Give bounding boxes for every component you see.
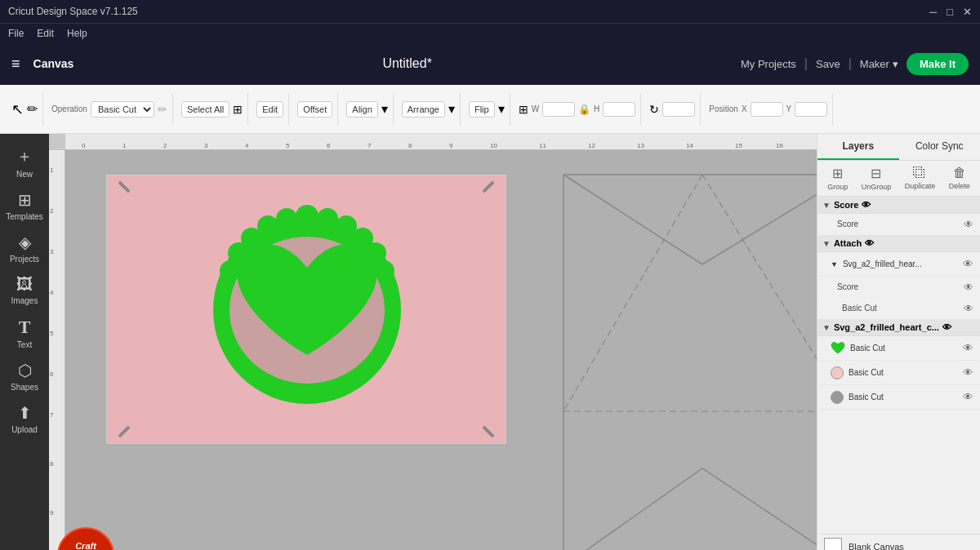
ruler-tick-12: 12 (588, 142, 595, 149)
svg-a2-basiccut-item[interactable]: Basic Cut 👁 (817, 298, 980, 319)
lock-icon[interactable]: 🔒 (578, 104, 590, 115)
y-input[interactable] (795, 102, 827, 117)
heart-c-group-eye-icon[interactable]: 👁 (942, 322, 951, 332)
ruler-tick-0: 0 (82, 142, 85, 149)
svg-a2-score-item[interactable]: Score 👁 (817, 277, 980, 298)
canvas-content[interactable]: ↖ (65, 150, 817, 550)
score-layer-item[interactable]: Score 👁 (817, 214, 980, 235)
offset-button[interactable]: Offset (297, 101, 332, 118)
sidebar-item-new[interactable]: ＋ New (3, 140, 46, 184)
menu-file[interactable]: File (8, 28, 24, 39)
layer-group-score[interactable]: ▼ Score 👁 (817, 197, 980, 214)
menu-edit[interactable]: Edit (37, 28, 54, 39)
toolbar-select-all: Select All ⊞ (176, 93, 248, 126)
maker-button[interactable]: Maker ▾ (860, 58, 898, 70)
restore-btn[interactable]: □ (947, 6, 953, 18)
svg-point-2 (317, 208, 338, 229)
edit-button[interactable]: Edit (256, 101, 283, 118)
svg-a2-frilled-eye-icon[interactable]: 👁 (963, 258, 973, 270)
shapes-icon: ⬡ (18, 361, 32, 380)
corner-mark-tl (118, 180, 131, 193)
group-icon: ⊞ (832, 166, 843, 181)
delete-label: Delete (949, 182, 970, 190)
svg-a2-frilled-group[interactable]: ▼ Svg_a2_frilled_hear... 👁 (817, 252, 980, 277)
arrange-button[interactable]: Arrange (402, 101, 445, 118)
canvas-area[interactable]: 0 1 2 3 4 5 6 7 8 9 10 11 12 13 14 15 16 (49, 134, 817, 550)
menu-help[interactable]: Help (67, 28, 87, 39)
my-projects-button[interactable]: My Projects (741, 58, 796, 70)
layer-group-attach[interactable]: ▼ Attach 👁 (817, 235, 980, 252)
ungroup-button[interactable]: ⊟ UnGroup (862, 166, 892, 191)
toolbar-arrange: Arrange ▾ (397, 93, 461, 126)
ruler-tick-15: 15 (735, 142, 742, 149)
sidebar-item-projects[interactable]: ◈ Projects (3, 228, 46, 268)
layer-group-svg-heart-c[interactable]: ▼ Svg_a2_frilled_heart_c... 👁 (817, 319, 980, 336)
heart-c-basiccut2-item[interactable]: Basic Cut 👁 (817, 361, 980, 385)
minimize-btn[interactable]: ─ (929, 6, 937, 18)
sidebar-item-shapes[interactable]: ⬡ Shapes (3, 356, 46, 397)
score-layer-name: Score (837, 220, 858, 228)
sidebar-item-images[interactable]: 🖼 Images (3, 270, 46, 310)
delete-button[interactable]: 🗑 Delete (949, 166, 970, 191)
y-label: Y (786, 104, 792, 113)
corner-mark-tr (482, 180, 495, 193)
heart-c-group-label: Svg_a2_frilled_heart_c... (834, 322, 939, 332)
heart-c-basiccut3-eye-icon[interactable]: 👁 (963, 391, 973, 403)
score-group-eye-icon[interactable]: 👁 (862, 200, 871, 210)
arrange-chevron-icon: ▾ (448, 101, 455, 117)
images-icon: 🖼 (16, 275, 33, 294)
sidebar-item-text[interactable]: T Text (3, 312, 46, 354)
tab-color-sync[interactable]: Color Sync (899, 134, 981, 160)
x-label: X (742, 104, 747, 113)
flip-button[interactable]: Flip (469, 101, 495, 118)
svg-a2-basiccut-eye-icon[interactable]: 👁 (964, 303, 973, 314)
pen-icon: ✏ (158, 103, 167, 116)
heart-c-basiccut1-item[interactable]: Basic Cut 👁 (817, 336, 980, 361)
select-all-button[interactable]: Select All (181, 101, 229, 118)
heart-c-basiccut1-eye-icon[interactable]: 👁 (963, 342, 973, 354)
titlebar-controls: ─ □ ✕ (929, 6, 972, 18)
ruler-tick-5: 5 (286, 142, 289, 149)
tab-layers[interactable]: Layers (817, 134, 899, 160)
svg-a2-score-eye-icon[interactable]: 👁 (964, 282, 973, 293)
sidebar-item-templates[interactable]: ⊞ Templates (3, 185, 46, 226)
projects-icon: ◈ (19, 233, 31, 252)
svg-a2-caret-icon: ▼ (831, 260, 838, 268)
heart-c-basiccut2-eye-icon[interactable]: 👁 (963, 366, 973, 379)
heart-c-basiccut3-swatch (831, 391, 844, 404)
attach-group-label: Attach (834, 238, 862, 248)
w-label: W (532, 104, 539, 113)
ungroup-icon: ⊟ (871, 166, 881, 181)
width-input[interactable] (542, 102, 575, 117)
rotate-input[interactable] (662, 102, 695, 117)
make-it-button[interactable]: Make It (906, 53, 969, 75)
hamburger-menu[interactable]: ≡ (11, 55, 20, 73)
close-btn[interactable]: ✕ (963, 6, 972, 18)
select-tool-icon[interactable]: ↖ (11, 100, 24, 118)
ruler-v-tick-5: 5 (50, 330, 53, 337)
attach-caret-icon: ▼ (822, 239, 831, 248)
operation-select[interactable]: Basic Cut Score (91, 101, 154, 118)
height-input[interactable] (603, 102, 635, 117)
group-button[interactable]: ⊞ Group (827, 166, 848, 191)
align-button[interactable]: Align (346, 101, 377, 118)
layers-content: ▼ Score 👁 Score 👁 ▼ Attach 👁 ▼ Svg_a2_fr… (817, 197, 980, 534)
x-input[interactable] (751, 102, 783, 117)
toolbar-edit: Edit (252, 93, 289, 126)
new-icon: ＋ (16, 145, 33, 167)
save-button[interactable]: Save (816, 58, 840, 70)
ungroup-label: UnGroup (862, 183, 892, 191)
delete-icon: 🗑 (953, 166, 966, 180)
toolbar-size: ⊞ W 🔒 H (514, 93, 642, 126)
sidebar-item-upload[interactable]: ⬆ Upload (3, 398, 46, 439)
heart-c-basiccut3-item[interactable]: Basic Cut 👁 (817, 385, 980, 410)
svg-point-24 (276, 208, 297, 229)
draw-tool-icon[interactable]: ✏ (27, 101, 38, 117)
card-design[interactable] (106, 175, 506, 444)
attach-group-eye-icon[interactable]: 👁 (865, 238, 874, 248)
toolbar-flip: Flip ▾ (464, 93, 510, 126)
ruler-tick-8: 8 (408, 142, 412, 149)
duplicate-button[interactable]: ⿻ Duplicate (905, 166, 936, 191)
score-layer-eye-icon[interactable]: 👁 (964, 219, 973, 230)
toolbar-position: Position X Y (704, 93, 833, 126)
